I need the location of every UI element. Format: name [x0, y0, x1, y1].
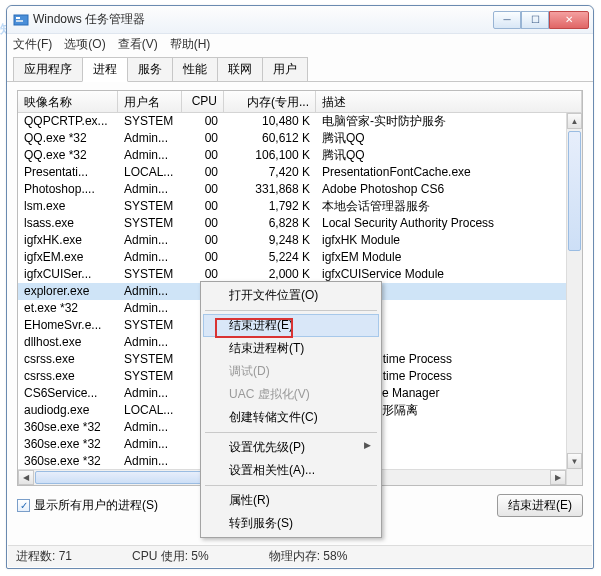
col-memory[interactable]: 内存(专用...	[224, 91, 316, 112]
col-description[interactable]: 描述	[316, 91, 582, 112]
table-row[interactable]: lsm.exeSYSTEM001,792 K本地会话管理器服务	[18, 198, 582, 215]
scroll-up-arrow[interactable]: ▲	[567, 113, 582, 129]
ctx-properties[interactable]: 属性(R)	[203, 489, 379, 512]
ctx-set-affinity[interactable]: 设置相关性(A)...	[203, 459, 379, 482]
tab-networking[interactable]: 联网	[217, 57, 263, 81]
vertical-scrollbar[interactable]: ▲ ▼	[566, 113, 582, 485]
app-icon	[13, 12, 29, 28]
table-row[interactable]: Presentati...LOCAL...007,420 KPresentati…	[18, 164, 582, 181]
status-process-count: 进程数: 71	[16, 548, 72, 565]
scroll-right-arrow[interactable]: ▶	[550, 470, 566, 485]
show-all-users-checkbox[interactable]	[17, 499, 30, 512]
chevron-right-icon: ▶	[364, 440, 371, 450]
svg-rect-1	[16, 17, 20, 19]
maximize-button[interactable]: ☐	[521, 11, 549, 29]
table-row[interactable]: QQ.exe *32Admin...00106,100 K腾讯QQ	[18, 147, 582, 164]
end-process-button[interactable]: 结束进程(E)	[497, 494, 583, 517]
tab-performance[interactable]: 性能	[172, 57, 218, 81]
minimize-button[interactable]: ─	[493, 11, 521, 29]
column-headers: 映像名称 用户名 CPU 内存(专用... 描述	[18, 91, 582, 113]
table-row[interactable]: Photoshop....Admin...00331,868 KAdobe Ph…	[18, 181, 582, 198]
menu-bar: 文件(F) 选项(O) 查看(V) 帮助(H)	[7, 34, 593, 54]
show-all-users-label[interactable]: 显示所有用户的进程(S)	[34, 497, 158, 514]
tab-services[interactable]: 服务	[127, 57, 173, 81]
status-bar: 进程数: 71 CPU 使用: 5% 物理内存: 58%	[8, 545, 592, 567]
close-button[interactable]: ✕	[549, 11, 589, 29]
table-row[interactable]: QQPCRTP.ex...SYSTEM0010,480 K电脑管家-实时防护服务	[18, 113, 582, 130]
titlebar[interactable]: Windows 任务管理器 ─ ☐ ✕	[7, 6, 593, 34]
ctx-end-process-tree[interactable]: 结束进程树(T)	[203, 337, 379, 360]
window-title: Windows 任务管理器	[33, 11, 493, 28]
status-cpu-usage: CPU 使用: 5%	[132, 548, 209, 565]
menu-file[interactable]: 文件(F)	[13, 36, 52, 53]
ctx-open-location[interactable]: 打开文件位置(O)	[203, 284, 379, 307]
context-menu: 打开文件位置(O) 结束进程(E) 结束进程树(T) 调试(D) UAC 虚拟化…	[200, 281, 382, 538]
ctx-set-priority[interactable]: 设置优先级(P)▶	[203, 436, 379, 459]
ctx-end-process[interactable]: 结束进程(E)	[203, 314, 379, 337]
table-row[interactable]: QQ.exe *32Admin...0060,612 K腾讯QQ	[18, 130, 582, 147]
tab-applications[interactable]: 应用程序	[13, 57, 83, 81]
scroll-thumb[interactable]	[568, 131, 581, 251]
col-user[interactable]: 用户名	[118, 91, 182, 112]
ctx-goto-services[interactable]: 转到服务(S)	[203, 512, 379, 535]
ctx-uac-virtualization: UAC 虚拟化(V)	[203, 383, 379, 406]
status-memory-usage: 物理内存: 58%	[269, 548, 348, 565]
table-row[interactable]: igfxEM.exeAdmin...005,224 KigfxEM Module	[18, 249, 582, 266]
scroll-left-arrow[interactable]: ◀	[18, 470, 34, 485]
tab-processes[interactable]: 进程	[82, 57, 128, 82]
col-image-name[interactable]: 映像名称	[18, 91, 118, 112]
col-cpu[interactable]: CPU	[182, 91, 224, 112]
tab-bar: 应用程序 进程 服务 性能 联网 用户	[7, 58, 593, 82]
menu-view[interactable]: 查看(V)	[118, 36, 158, 53]
tab-users[interactable]: 用户	[262, 57, 308, 81]
ctx-debug: 调试(D)	[203, 360, 379, 383]
table-row[interactable]: lsass.exeSYSTEM006,828 KLocal Security A…	[18, 215, 582, 232]
menu-help[interactable]: 帮助(H)	[170, 36, 211, 53]
ctx-create-dump[interactable]: 创建转储文件(C)	[203, 406, 379, 429]
scroll-down-arrow[interactable]: ▼	[567, 453, 582, 469]
menu-options[interactable]: 选项(O)	[64, 36, 105, 53]
svg-rect-2	[16, 20, 23, 22]
table-row[interactable]: igfxHK.exeAdmin...009,248 KigfxHK Module	[18, 232, 582, 249]
